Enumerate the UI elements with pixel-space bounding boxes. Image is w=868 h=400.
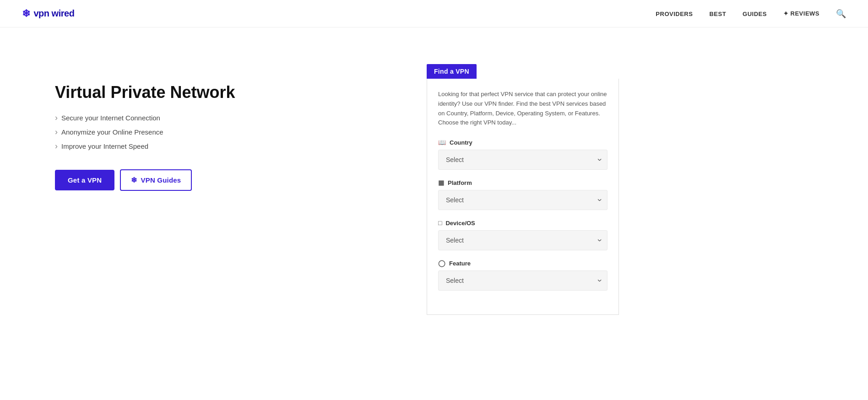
device-os-label-text: Device/OS [445, 220, 475, 227]
country-label-text: Country [450, 139, 472, 146]
main-content: Virtual Private Network Secure your Inte… [0, 27, 641, 333]
find-vpn-description: Looking for that perfect VPN service tha… [438, 90, 608, 128]
nav-item-best[interactable]: BEST [709, 10, 726, 18]
feature-select[interactable]: Select [438, 270, 608, 291]
nav-item-reviews[interactable]: ✦ REVIEWS [783, 10, 819, 17]
nav-item-providers[interactable]: PROVIDERS [656, 10, 693, 18]
site-logo[interactable]: ❄ vpn wired [22, 8, 74, 20]
feature-label: ◯ Feature [438, 259, 608, 267]
device-os-label: □ Device/OS [438, 219, 608, 227]
vpn-guides-button[interactable]: ❄ VPN Guides [120, 169, 192, 191]
country-label: 📖 Country [438, 139, 608, 146]
platform-label-text: Platform [448, 179, 472, 186]
platform-icon: ▦ [438, 179, 444, 186]
logo-text: vpn wired [34, 8, 75, 19]
search-icon[interactable]: 🔍 [836, 9, 846, 18]
country-select-wrapper: Select [438, 150, 608, 170]
device-os-select-wrapper: Select [438, 230, 608, 250]
feature-item-3: Improve your Internet Speed [55, 141, 390, 151]
cta-buttons: Get a VPN ❄ VPN Guides [55, 169, 390, 191]
nav-item-search[interactable]: 🔍 [836, 9, 846, 19]
country-select[interactable]: Select [438, 150, 608, 170]
find-vpn-panel: Find a VPN Looking for that perfect VPN … [427, 64, 619, 315]
guides-snowflake-icon: ❄ [131, 176, 137, 184]
device-icon: □ [438, 219, 442, 227]
device-os-select[interactable]: Select [438, 230, 608, 250]
device-os-filter: □ Device/OS Select [438, 219, 608, 250]
hero-feature-list: Secure your Internet Connection Anonymiz… [55, 113, 390, 151]
vpn-guides-label: VPN Guides [141, 176, 181, 184]
nav-link-guides[interactable]: GUIDES [743, 11, 767, 17]
find-vpn-box: Looking for that perfect VPN service tha… [427, 79, 619, 315]
left-panel: Virtual Private Network Secure your Inte… [55, 64, 390, 191]
nav-item-guides[interactable]: GUIDES [743, 10, 767, 18]
feature-icon: ◯ [438, 259, 445, 267]
platform-select-wrapper: Select [438, 190, 608, 210]
platform-label: ▦ Platform [438, 179, 608, 186]
country-filter: 📖 Country Select [438, 139, 608, 170]
get-vpn-button[interactable]: Get a VPN [55, 170, 114, 190]
nav-link-providers[interactable]: PROVIDERS [656, 11, 693, 17]
hero-title: Virtual Private Network [55, 82, 390, 102]
feature-item-1: Secure your Internet Connection [55, 113, 390, 123]
feature-item-2: Anonymize your Online Presence [55, 127, 390, 137]
feature-label-text: Feature [449, 260, 471, 267]
navbar: ❄ vpn wired PROVIDERS BEST GUIDES ✦ REVI… [0, 0, 868, 27]
nav-link-reviews[interactable]: ✦ REVIEWS [783, 10, 819, 17]
platform-select[interactable]: Select [438, 190, 608, 210]
find-vpn-header: Find a VPN [427, 64, 477, 79]
logo-icon: ❄ [22, 8, 30, 20]
nav-links: PROVIDERS BEST GUIDES ✦ REVIEWS 🔍 [656, 9, 846, 19]
country-icon: 📖 [438, 139, 446, 146]
feature-filter: ◯ Feature Select [438, 259, 608, 291]
nav-link-best[interactable]: BEST [709, 11, 726, 17]
platform-filter: ▦ Platform Select [438, 179, 608, 210]
feature-select-wrapper: Select [438, 270, 608, 291]
